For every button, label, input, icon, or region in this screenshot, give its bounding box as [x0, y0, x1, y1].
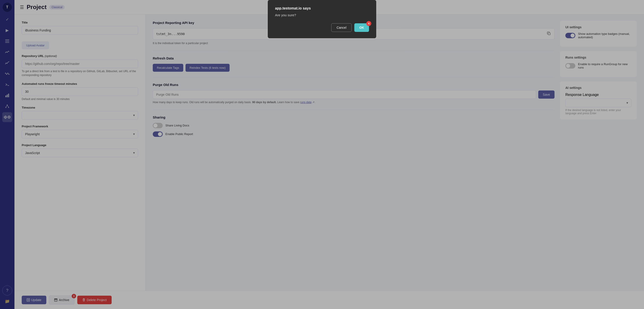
dialog-buttons: Cancel OK 4 [275, 23, 369, 32]
ok-badge: 4 [366, 21, 371, 26]
dialog-cancel-button[interactable]: Cancel [331, 23, 352, 32]
dialog-source: app.testomat.io says [275, 6, 369, 11]
dialog-message: Are you sure? [275, 13, 369, 17]
dialog-ok-button[interactable]: OK 4 [354, 23, 369, 32]
confirm-dialog: app.testomat.io says Are you sure? Cance… [268, 0, 376, 38]
dialog-overlay: app.testomat.io says Are you sure? Cance… [0, 0, 644, 309]
